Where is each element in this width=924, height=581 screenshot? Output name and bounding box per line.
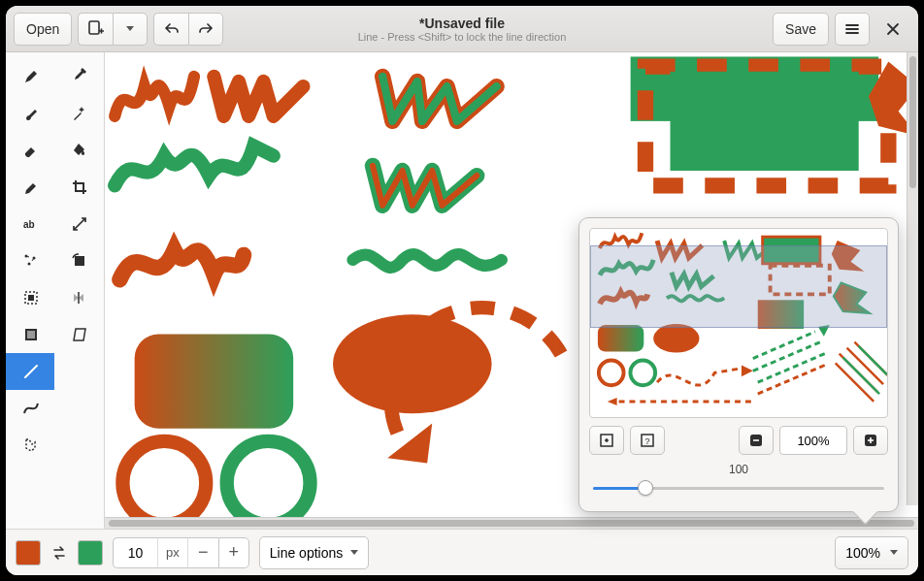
svg-point-29 [599,360,624,385]
swap-icon [50,544,68,562]
line-width-input[interactable] [113,537,157,568]
eyedropper-icon [71,68,88,85]
secondary-color-swatch[interactable] [78,540,103,565]
zoom-slider-wrap: 100 [589,463,888,501]
help-icon: ? [640,433,655,448]
tool-filters[interactable] [6,316,54,353]
crop-icon [71,178,88,196]
svg-point-6 [27,263,30,266]
tool-points[interactable] [6,242,54,279]
svg-point-16 [122,441,206,517]
tool-color-picker[interactable] [54,58,103,95]
chevron-down-icon [126,26,134,31]
app-window: Open *Unsaved file Line - Press <Shift> … [6,6,918,575]
zoom-slider-label: 100 [593,463,884,476]
skew-icon [71,326,88,343]
highlighter-icon [22,178,40,196]
minimap-popover: ? 100% 100 [578,217,899,512]
eraser-icon [22,142,40,159]
svg-line-12 [25,366,37,377]
plus-icon [864,434,877,447]
tool-magic-wand[interactable] [54,95,103,132]
redo-button[interactable] [188,13,223,46]
minimap-viewport[interactable] [590,245,887,328]
line-icon [21,362,41,381]
zoom-combo[interactable]: 100% [835,536,908,569]
svg-point-14 [333,314,492,413]
svg-rect-9 [28,295,34,301]
tool-sidebar: ab [6,52,105,529]
zoom-help-button[interactable]: ? [630,426,665,455]
fit-icon [599,433,614,448]
svg-rect-0 [89,21,99,34]
zoom-in-button[interactable] [853,426,888,455]
zoom-slider[interactable] [593,478,884,498]
line-width-increase[interactable]: + [218,537,249,568]
primary-color-swatch[interactable] [16,540,41,565]
svg-point-30 [630,360,655,385]
undo-button[interactable] [153,13,188,46]
tool-free-select[interactable] [6,427,54,464]
tool-brush[interactable] [6,95,54,132]
chevron-down-icon [350,550,358,555]
svg-point-17 [227,441,311,517]
tool-curve[interactable] [6,390,54,427]
svg-rect-13 [135,335,294,429]
tool-line[interactable] [6,353,54,390]
minimap[interactable] [589,228,888,418]
close-button[interactable] [875,13,910,46]
close-icon [886,22,900,36]
bottom-bar: px − + Line options 100% [6,529,918,575]
undo-icon [164,21,180,37]
flip-icon [71,289,88,307]
svg-rect-7 [75,256,84,266]
zoom-out-button[interactable] [739,426,774,455]
text-icon: ab [22,215,40,233]
rotate-icon [71,252,88,270]
zoom-value-field[interactable]: 100% [779,426,847,455]
tool-crop[interactable] [54,169,103,206]
minus-icon [749,434,763,447]
line-width-unit: px [157,537,187,568]
brush-icon [22,105,40,122]
tool-skew[interactable] [54,316,103,353]
title-bar: Open *Unsaved file Line - Press <Shift> … [6,6,918,52]
points-icon [22,252,40,270]
svg-rect-41 [870,437,872,443]
line-width-decrease[interactable]: − [187,537,218,568]
tool-highlighter[interactable] [6,169,54,206]
new-image-menu-button[interactable] [113,13,148,46]
tool-text[interactable]: ab [6,206,54,242]
tool-pencil[interactable] [6,58,54,95]
tool-fill[interactable] [54,132,103,169]
hamburger-menu-button[interactable] [835,13,870,46]
chevron-down-icon [890,550,898,555]
tool-scale[interactable] [54,206,103,242]
save-button[interactable]: Save [773,13,829,46]
svg-text:?: ? [645,436,650,446]
svg-rect-38 [753,439,759,441]
horizontal-scrollbar[interactable] [105,517,918,529]
swap-colors-button[interactable] [50,544,68,562]
minimap-controls: ? 100% [589,426,888,455]
tool-eraser[interactable] [6,132,54,169]
zoom-label: 100% [845,545,880,561]
zoom-fit-button[interactable] [589,426,624,455]
svg-marker-31 [742,365,753,376]
line-options-combo[interactable]: Line options [259,536,370,569]
curve-icon [21,399,41,418]
hamburger-icon [844,21,860,37]
tool-rect-select[interactable] [6,279,54,316]
new-image-button[interactable] [78,13,113,46]
svg-point-28 [653,324,699,353]
vertical-scrollbar[interactable] [907,52,918,505]
open-button[interactable]: Open [14,13,72,46]
new-file-icon [87,20,105,38]
svg-text:ab: ab [23,219,35,230]
lasso-icon [21,436,41,455]
tool-rotate[interactable] [54,242,103,279]
wand-icon [71,105,88,122]
line-options-label: Line options [270,545,344,561]
tool-flip[interactable] [54,279,103,316]
svg-marker-32 [608,398,617,405]
